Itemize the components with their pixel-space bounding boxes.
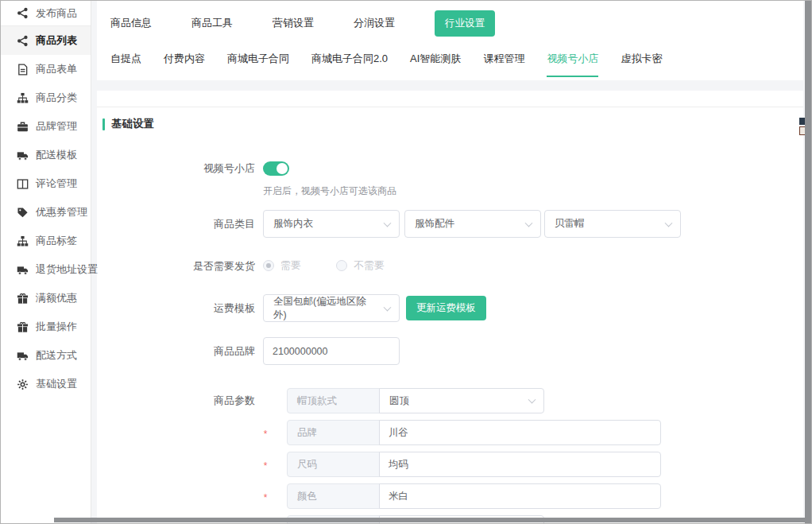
gear-icon bbox=[17, 378, 29, 390]
tab-product-tools[interactable]: 商品工具 bbox=[191, 16, 233, 30]
tag-icon bbox=[17, 207, 29, 219]
chevron-down-icon bbox=[525, 219, 533, 227]
sidebar-item-label: 配送模板 bbox=[36, 148, 77, 162]
tab-pickup-point[interactable]: 自提点 bbox=[110, 52, 141, 77]
radio-label: 不需要 bbox=[354, 258, 385, 273]
app-window: 发布商品 商品列表 商品表单 商品分类 品牌管理 配送模板 评论管理 bbox=[0, 0, 812, 524]
category-select-level3-value: 贝雷帽 bbox=[555, 217, 585, 231]
shipping-radio-group: 需要 不需要 bbox=[263, 258, 385, 273]
sidebar-item-coupon-management[interactable]: 优惠券管理 bbox=[1, 198, 91, 227]
param-value: 圆顶 bbox=[389, 394, 409, 408]
primary-tabs: 商品信息 商品工具 营销设置 分润设置 行业设置 bbox=[97, 1, 803, 45]
tab-mall-econtract[interactable]: 商城电子合同 bbox=[227, 52, 289, 77]
radio-icon bbox=[263, 260, 274, 271]
briefcase-icon bbox=[17, 121, 29, 133]
gift-icon bbox=[17, 321, 29, 333]
sidebar-item-product-tags[interactable]: 商品标签 bbox=[1, 227, 91, 255]
truck-icon bbox=[17, 350, 29, 362]
horizontal-scrollbar[interactable] bbox=[54, 518, 805, 522]
sidebar-item-shipping-template[interactable]: 配送模板 bbox=[1, 141, 91, 169]
tab-industry-settings[interactable]: 行业设置 bbox=[435, 10, 495, 37]
sidebar-item-label: 发布商品 bbox=[36, 6, 77, 21]
tab-mall-econtract-2[interactable]: 商城电子合同2.0 bbox=[311, 52, 388, 77]
product-brand-input[interactable] bbox=[263, 337, 400, 365]
update-freight-template-button[interactable]: 更新运费模板 bbox=[406, 296, 486, 320]
truck-icon bbox=[17, 149, 29, 161]
sidebar-item-full-discount[interactable]: 满额优惠 bbox=[1, 284, 91, 312]
sidebar-item-product-category[interactable]: 商品分类 bbox=[1, 83, 91, 112]
category-select-level3[interactable]: 贝雷帽 bbox=[544, 210, 681, 238]
param-value-input[interactable] bbox=[379, 452, 661, 477]
tab-paid-content[interactable]: 付费内容 bbox=[164, 52, 205, 77]
sidebar-item-label: 评论管理 bbox=[36, 177, 77, 191]
category-label: 商品类目 bbox=[97, 210, 255, 238]
category-select-level2[interactable]: 服饰配件 bbox=[404, 210, 541, 238]
radio-no-shipping[interactable]: 不需要 bbox=[336, 258, 385, 273]
sidebar-item-label: 商品标签 bbox=[36, 234, 77, 248]
sidebar-item-publish-product[interactable]: 发布商品 bbox=[1, 1, 91, 25]
param-name-box: 帽顶款式 bbox=[287, 388, 380, 413]
vertical-scrollbar[interactable] bbox=[805, 1, 811, 523]
gift-icon bbox=[17, 293, 29, 305]
sidebar-item-basic-settings[interactable]: 基础设置 bbox=[1, 370, 91, 398]
param-row-hat-top-style: 帽顶款式 圆顶 bbox=[97, 388, 803, 413]
tab-wechat-channels-shop[interactable]: 视频号小店 bbox=[547, 52, 598, 77]
chevron-down-icon bbox=[665, 219, 673, 227]
sidebar-item-delivery-method[interactable]: 配送方式 bbox=[1, 341, 91, 370]
tab-ai-skin-test[interactable]: AI智能测肤 bbox=[410, 52, 461, 77]
document-icon bbox=[17, 64, 29, 76]
sidebar: 发布商品 商品列表 商品表单 商品分类 品牌管理 配送模板 评论管理 bbox=[1, 1, 91, 523]
sidebar-item-label: 基础设置 bbox=[36, 377, 77, 391]
sitemap-icon bbox=[17, 92, 29, 104]
tab-course-management[interactable]: 课程管理 bbox=[483, 52, 524, 77]
sidebar-item-brand-management[interactable]: 品牌管理 bbox=[1, 112, 91, 141]
required-marker: * bbox=[261, 492, 270, 503]
toggle-knob bbox=[276, 163, 288, 174]
sidebar-item-review-management[interactable]: 评论管理 bbox=[1, 169, 91, 198]
freight-template-label: 运费模板 bbox=[97, 294, 255, 322]
content-card: 基础设置 视频号小店 开启后，视频号小店可选该商品 商品类目 服饰内衣 服饰配件… bbox=[97, 91, 803, 524]
tab-virtual-card-key[interactable]: 虚拟卡密 bbox=[621, 52, 662, 77]
param-value-input[interactable] bbox=[379, 420, 661, 445]
secondary-tabs: 自提点 付费内容 商城电子合同 商城电子合同2.0 AI智能测肤 课程管理 视频… bbox=[97, 45, 803, 77]
param-row-brand: * 品牌 bbox=[97, 420, 803, 445]
chevron-down-icon bbox=[384, 219, 392, 227]
sidebar-item-label: 商品分类 bbox=[36, 91, 77, 105]
category-select-level1[interactable]: 服饰内衣 bbox=[263, 210, 400, 238]
tab-marketing-settings[interactable]: 营销设置 bbox=[273, 16, 314, 30]
param-name-box: 尺码 bbox=[287, 452, 380, 477]
sidebar-item-batch-operations[interactable]: 批量操作 bbox=[1, 312, 91, 341]
radio-icon bbox=[336, 260, 347, 271]
sidebar-item-label: 商品表单 bbox=[36, 62, 77, 76]
toggle-help-text: 开启后，视频号小店可选该商品 bbox=[263, 184, 396, 198]
sidebar-item-product-form[interactable]: 商品表单 bbox=[1, 55, 91, 83]
tabs-card: 商品信息 商品工具 营销设置 分润设置 行业设置 自提点 付费内容 商城电子合同… bbox=[97, 1, 803, 80]
truck-icon bbox=[17, 264, 29, 276]
required-marker: * bbox=[261, 460, 270, 472]
product-brand-label: 商品品牌 bbox=[97, 337, 255, 365]
sidebar-item-label: 批量操作 bbox=[36, 320, 77, 334]
sidebar-item-label: 优惠券管理 bbox=[36, 205, 87, 219]
freight-template-select[interactable]: 全国包邮(偏远地区除外) bbox=[263, 294, 400, 322]
chevron-down-icon bbox=[528, 396, 536, 404]
section-title: 基础设置 bbox=[102, 117, 154, 131]
tab-profit-settings[interactable]: 分润设置 bbox=[354, 16, 395, 30]
sidebar-item-product-list[interactable]: 商品列表 bbox=[1, 26, 91, 55]
chevron-down-icon bbox=[384, 303, 392, 311]
radio-need-shipping[interactable]: 需要 bbox=[263, 258, 301, 273]
param-value-input[interactable] bbox=[379, 483, 661, 509]
param-row-color: * 颜色 bbox=[97, 483, 803, 509]
share-icon bbox=[17, 7, 29, 19]
param-row-size: * 尺码 bbox=[97, 452, 803, 477]
sidebar-item-label: 满额优惠 bbox=[36, 291, 77, 305]
channels-shop-toggle[interactable] bbox=[263, 161, 289, 176]
tab-product-info[interactable]: 商品信息 bbox=[110, 16, 152, 30]
sidebar-item-label: 配送方式 bbox=[36, 348, 77, 363]
sidebar-item-return-address[interactable]: 退货地址设置 bbox=[1, 255, 91, 284]
columns-icon bbox=[17, 178, 29, 190]
category-select-level2-value: 服饰配件 bbox=[415, 217, 454, 231]
sitemap-icon bbox=[17, 235, 29, 247]
param-value-select[interactable]: 圆顶 bbox=[379, 388, 544, 413]
share-icon bbox=[17, 35, 29, 47]
category-select-level1-value: 服饰内衣 bbox=[273, 217, 313, 231]
